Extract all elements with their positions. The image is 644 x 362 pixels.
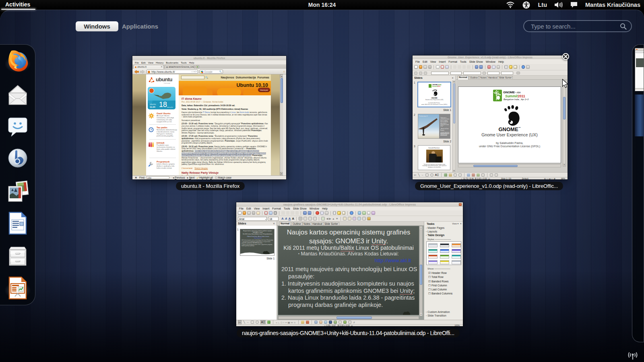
svg-text:?: ? bbox=[150, 128, 152, 132]
